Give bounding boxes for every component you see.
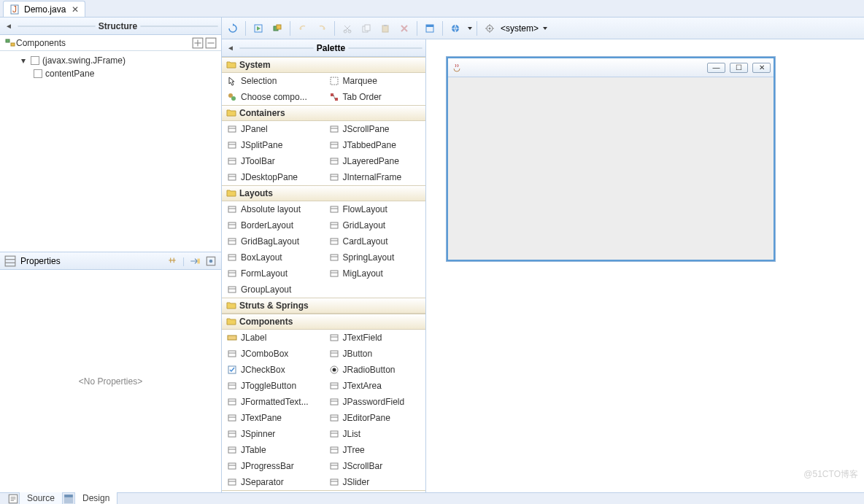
collapse-icon[interactable]: ◄ — [225, 42, 236, 54]
palette-item[interactable]: JSpinner — [222, 426, 324, 442]
palette-item[interactable]: JPanel — [222, 121, 324, 137]
palette-item[interactable]: Marquee — [324, 73, 426, 89]
svg-rect-67 — [228, 271, 236, 276]
editor-tab[interactable]: J Demo.java ✕ — [3, 1, 85, 17]
palette-item[interactable]: Tab Order — [324, 89, 426, 105]
palette-category[interactable]: Layouts — [222, 185, 425, 201]
test-button[interactable] — [250, 20, 266, 36]
svg-text:J: J — [12, 4, 17, 15]
minimize-button[interactable]: — — [707, 63, 725, 73]
tree-root-row[interactable]: ▾ (javax.swing.JFrame) — [0, 54, 221, 67]
palette-item[interactable]: JToggleButton — [222, 378, 324, 394]
palette-item[interactable]: JList — [324, 426, 426, 442]
editor-tab-label: Demo.java — [24, 4, 66, 15]
palette-item[interactable]: JFormattedText... — [222, 394, 324, 410]
palette-item[interactable]: MigLayout — [324, 265, 426, 282]
expander-icon[interactable]: ▾ — [19, 55, 28, 66]
palette-item[interactable]: JLayeredPane — [324, 153, 426, 169]
palette-item[interactable]: Choose compo... — [222, 89, 324, 105]
tab-source[interactable]: Source — [19, 492, 63, 504]
palette-item[interactable]: JCheckBox — [222, 362, 324, 378]
expand-all-icon[interactable] — [192, 37, 204, 49]
preview-button[interactable] — [422, 20, 438, 36]
palette-list[interactable]: SystemSelectionMarqueeChoose compo...Tab… — [222, 57, 425, 492]
formlayout-icon — [226, 268, 238, 279]
palette-item[interactable]: JScrollPane — [324, 121, 426, 137]
palette-item[interactable]: JTextField — [324, 330, 426, 346]
palette-category[interactable]: Components — [222, 314, 425, 330]
dropdown-icon[interactable] — [468, 27, 472, 30]
properties-title: Properties — [20, 256, 61, 266]
palette-item[interactable]: JButton — [324, 346, 426, 362]
palette-category[interactable]: System — [222, 57, 425, 73]
palette-item[interactable]: JToolBar — [222, 153, 324, 169]
close-button[interactable]: ✕ — [752, 63, 771, 73]
design-frame[interactable]: — ☐ ✕ — [447, 57, 775, 261]
palette-item[interactable]: JTextPane — [222, 410, 324, 426]
laf-button[interactable] — [482, 20, 498, 36]
collapse-all-icon[interactable] — [205, 37, 217, 49]
goto-definition-icon[interactable] — [189, 255, 201, 267]
palette-item[interactable]: JTextArea — [324, 378, 426, 394]
component-tree[interactable]: ▾ (javax.swing.JFrame) contentPane — [0, 51, 221, 252]
palette-item[interactable]: BorderLayout — [222, 217, 324, 233]
palette-item[interactable]: Absolute layout — [222, 201, 324, 217]
tab-design[interactable]: Design — [74, 492, 117, 504]
palette-item[interactable]: JSeparator — [222, 474, 324, 490]
palette-item[interactable]: JDesktopPane — [222, 169, 324, 185]
list-icon — [328, 428, 340, 440]
palette-item[interactable]: SpringLayout — [324, 249, 426, 265]
palette-item[interactable]: FlowLayout — [324, 201, 426, 217]
palette-category[interactable]: Swing Actions — [222, 490, 425, 492]
svg-rect-99 — [228, 447, 236, 453]
palette-item[interactable]: GroupLayout — [222, 282, 324, 298]
palette-item[interactable]: FormLayout — [222, 265, 324, 282]
palette-item[interactable]: JProgressBar — [222, 458, 324, 474]
svg-rect-78 — [331, 351, 338, 357]
palette-item[interactable]: GridBagLayout — [222, 233, 324, 249]
cut-button[interactable] — [339, 20, 355, 36]
svg-rect-51 — [228, 206, 236, 212]
show-advanced-icon[interactable] — [166, 255, 178, 267]
maximize-button[interactable]: ☐ — [730, 63, 748, 73]
palette-category[interactable]: Containers — [222, 105, 425, 121]
palette-item[interactable]: JSlider — [324, 474, 426, 490]
textpane-icon — [226, 412, 238, 424]
refresh-button[interactable] — [225, 20, 241, 36]
tree-child-row[interactable]: contentPane — [0, 67, 221, 80]
palette-item[interactable]: JTree — [324, 442, 426, 458]
palette-item[interactable]: JTabbedPane — [324, 137, 426, 153]
palette-item[interactable]: JTable — [222, 442, 324, 458]
desktoppane-icon — [226, 171, 238, 183]
palette-item[interactable]: CardLayout — [324, 233, 426, 249]
palette-item[interactable]: JRadioButton — [324, 362, 426, 378]
palette-item[interactable]: JInternalFrame — [324, 169, 426, 185]
svg-point-82 — [332, 368, 336, 372]
palette-item[interactable]: JLabel — [222, 330, 324, 346]
convert-local-icon[interactable] — [205, 255, 217, 267]
paste-button[interactable] — [377, 20, 393, 36]
palette-category[interactable]: Struts & Springs — [222, 298, 425, 314]
palette-item[interactable]: JEditorPane — [324, 410, 426, 426]
tree-checkbox[interactable] — [31, 56, 39, 65]
palette-item[interactable]: GridLayout — [324, 217, 426, 233]
undo-button[interactable] — [295, 20, 311, 36]
collapse-icon[interactable]: ◄ — [3, 20, 15, 32]
checkbox-icon — [226, 364, 238, 376]
copy-button[interactable] — [358, 20, 374, 36]
tree-checkbox[interactable] — [34, 69, 42, 78]
palette-item[interactable]: BoxLayout — [222, 249, 324, 265]
design-canvas[interactable]: — ☐ ✕ @51CTO博客 — [426, 39, 864, 492]
palette-item[interactable]: Selection — [222, 73, 324, 89]
close-icon[interactable]: ✕ — [72, 4, 79, 15]
palette-item[interactable]: JComboBox — [222, 346, 324, 362]
dropdown-icon[interactable] — [543, 27, 547, 30]
redo-button[interactable] — [314, 20, 330, 36]
palette-item[interactable]: JPasswordField — [324, 394, 426, 410]
palette-item[interactable]: JSplitPane — [222, 137, 324, 153]
externalize-button[interactable] — [269, 20, 285, 36]
palette-item[interactable]: JScrollBar — [324, 458, 426, 474]
globe-button[interactable] — [447, 20, 463, 36]
delete-button[interactable] — [396, 20, 412, 36]
svg-rect-87 — [228, 399, 236, 405]
